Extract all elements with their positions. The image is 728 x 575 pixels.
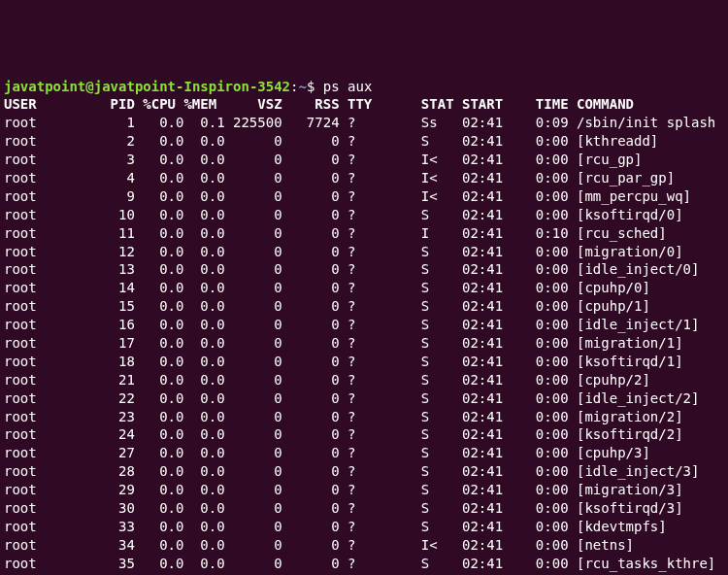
terminal-output[interactable]: javatpoint@javatpoint-Inspiron-3542:~$ p…: [4, 78, 724, 575]
command-input: ps aux: [323, 79, 373, 94]
process-row: root 12 0.0 0.0 0 0 ? S 02:41 0:00 [migr…: [4, 243, 724, 261]
process-row: root 24 0.0 0.0 0 0 ? S 02:41 0:00 [ksof…: [4, 425, 724, 444]
process-row: root 17 0.0 0.0 0 0 ? S 02:41 0:00 [migr…: [4, 334, 724, 353]
process-row: root 11 0.0 0.0 0 0 ? I 02:41 0:10 [rcu_…: [4, 224, 724, 243]
process-row: root 30 0.0 0.0 0 0 ? S 02:41 0:00 [ksof…: [4, 499, 724, 518]
process-row: root 29 0.0 0.0 0 0 ? S 02:41 0:00 [migr…: [4, 481, 724, 499]
process-row: root 1 0.0 0.1 225500 7724 ? Ss 02:41 0:…: [4, 114, 724, 132]
process-row: root 13 0.0 0.0 0 0 ? S 02:41 0:00 [idle…: [4, 260, 724, 279]
process-row: root 34 0.0 0.0 0 0 ? I< 02:41 0:00 [net…: [4, 536, 724, 555]
process-row: root 2 0.0 0.0 0 0 ? S 02:41 0:00 [kthre…: [4, 132, 724, 151]
prompt-line: javatpoint@javatpoint-Inspiron-3542:~$ p…: [4, 78, 724, 96]
prompt-user: javatpoint: [4, 79, 85, 94]
process-row: root 35 0.0 0.0 0 0 ? S 02:41 0:00 [rcu_…: [4, 555, 724, 573]
process-row: root 28 0.0 0.0 0 0 ? S 02:41 0:00 [idle…: [4, 462, 724, 481]
process-row: root 22 0.0 0.0 0 0 ? S 02:41 0:00 [idle…: [4, 389, 724, 408]
process-row: root 15 0.0 0.0 0 0 ? S 02:41 0:00 [cpuh…: [4, 297, 724, 316]
prompt-at: @: [85, 79, 93, 94]
process-row: root 9 0.0 0.0 0 0 ? I< 02:41 0:00 [mm_p…: [4, 187, 724, 206]
process-row: root 10 0.0 0.0 0 0 ? S 02:41 0:00 [ksof…: [4, 206, 724, 224]
process-row: root 18 0.0 0.0 0 0 ? S 02:41 0:00 [ksof…: [4, 353, 724, 371]
prompt-dollar: $: [307, 79, 323, 94]
process-row: root 27 0.0 0.0 0 0 ? S 02:41 0:00 [cpuh…: [4, 444, 724, 462]
process-row: root 16 0.0 0.0 0 0 ? S 02:41 0:00 [idle…: [4, 316, 724, 334]
prompt-host: javatpoint-Inspiron-3542: [94, 79, 290, 94]
header-row: USER PID %CPU %MEM VSZ RSS TTY STAT STAR…: [4, 95, 724, 114]
prompt-path: ~: [298, 79, 306, 94]
process-row: root 21 0.0 0.0 0 0 ? S 02:41 0:00 [cpuh…: [4, 371, 724, 389]
process-row: root 23 0.0 0.0 0 0 ? S 02:41 0:00 [migr…: [4, 408, 724, 426]
process-row: root 4 0.0 0.0 0 0 ? I< 02:41 0:00 [rcu_…: [4, 169, 724, 187]
process-row: root 33 0.0 0.0 0 0 ? S 02:41 0:00 [kdev…: [4, 518, 724, 536]
process-row: root 14 0.0 0.0 0 0 ? S 02:41 0:00 [cpuh…: [4, 279, 724, 297]
process-row: root 3 0.0 0.0 0 0 ? I< 02:41 0:00 [rcu_…: [4, 151, 724, 169]
